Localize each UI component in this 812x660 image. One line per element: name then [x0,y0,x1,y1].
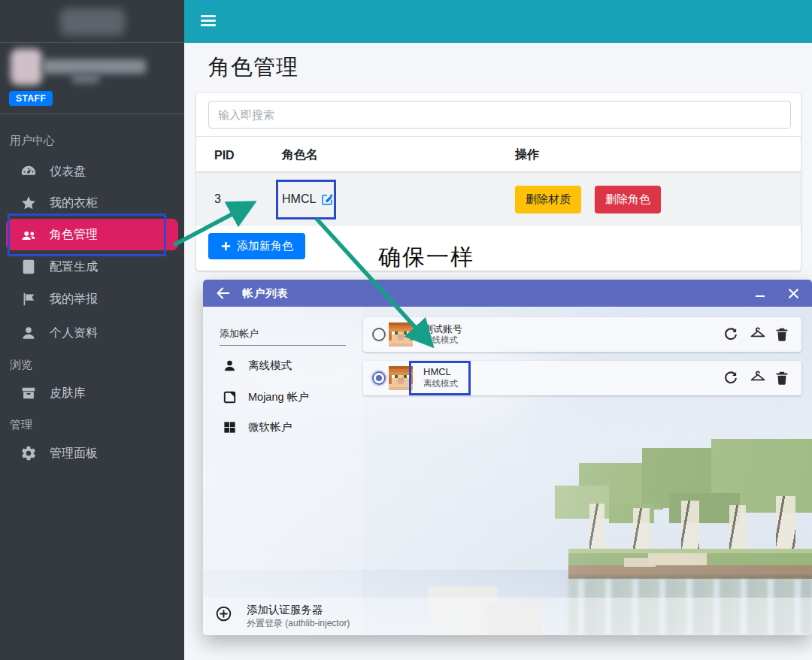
redacted-username [42,59,146,74]
sidebar-item-skin-library[interactable]: 皮肤库 [0,377,184,409]
hmcl-titlebar[interactable]: 帐户列表 [203,280,812,307]
sidebar-item-profile[interactable]: 个人资料 [0,317,184,349]
role-management-card: PID 角色名 操作 3 HMCL 删除材质 删除角色 添加新角色 [196,93,801,271]
account-name: HMCL [423,366,451,377]
table-row: 3 HMCL 删除材质 删除角色 [196,173,801,226]
nav-header-browse: 浏览 [10,358,32,372]
sidebar-item-dashboard[interactable]: 仪表盘 [0,156,184,187]
redacted-username-line2 [72,74,99,83]
method-label: 离线模式 [248,359,292,373]
sidebar-item-role-management[interactable]: 角色管理 [6,219,178,250]
cell-actions: 删除材质 删除角色 [515,173,661,226]
add-role-button[interactable]: 添加新角色 [208,233,305,259]
method-microsoft-account[interactable]: 微软帐户 [203,416,362,438]
windows-icon [223,420,237,434]
method-label: Mojang 帐户 [248,390,309,404]
radio-unselected[interactable] [372,328,386,341]
user-icon [20,325,37,341]
redacted-logo [60,8,125,35]
account-row-hmcl[interactable]: HMCL 离线模式 [363,361,801,395]
gear-icon [20,445,37,462]
circled-plus-icon[interactable] [215,605,232,622]
page-title: 角色管理 [208,53,298,83]
annotation-text: 确保一样 [378,242,474,273]
hmcl-window-title: 帐户列表 [242,286,289,301]
person-icon [223,359,237,373]
trash-icon[interactable] [774,370,790,386]
minecraft-background: 添加帐户 离线模式 Mojang 帐户 微软帐户 [203,307,812,635]
add-auth-server-bar[interactable]: 添加认证服务器 外置登录 (authlib-injector) [203,598,812,635]
cell-role-name: HMCL [282,173,334,226]
sidebar-item-label: 皮肤库 [50,386,86,401]
add-auth-server-label[interactable]: 添加认证服务器 [247,603,323,617]
col-header-pid: PID [214,137,235,174]
close-icon[interactable] [780,280,806,307]
hanger-icon[interactable] [750,370,766,386]
cell-pid: 3 [214,173,221,226]
refresh-icon[interactable] [723,370,739,386]
sidebar-item-label: 我的衣柜 [50,195,98,211]
minecraft-face-avatar [389,322,413,347]
star-icon [20,195,37,211]
account-type: 离线模式 [423,335,458,346]
method-label: 微软帐户 [248,420,292,434]
nav-header-user-center: 用户中心 [10,134,55,148]
col-header-name: 角色名 [282,137,318,174]
hanger-icon[interactable] [750,326,766,343]
sidebar-item-label: 我的举报 [50,292,98,307]
tachometer-icon [20,163,37,180]
add-account-header: 添加帐户 [220,327,346,346]
hamburger-menu-icon[interactable] [201,15,216,27]
sidebar-item-config-generator[interactable]: 配置生成 [0,251,184,283]
sidebar-item-closet[interactable]: 我的衣柜 [0,187,184,219]
brand-area[interactable] [0,0,184,43]
edit-pencil-icon[interactable] [320,192,334,206]
delete-role-button[interactable]: 删除角色 [595,186,661,213]
account-row-test[interactable]: 测试账号 离线模式 [363,317,801,352]
account-type: 离线模式 [423,378,458,389]
staff-badge: STAFF [9,91,53,106]
plus-icon [220,241,232,252]
trash-icon[interactable] [774,326,790,343]
sidebar-item-label: 配置生成 [50,259,98,275]
add-account-panel: 添加帐户 离线模式 Mojang 帐户 微软帐户 [203,307,362,635]
add-role-label: 添加新角色 [237,239,293,253]
user-panel: STAFF [0,43,184,114]
hmcl-window: 帐户列表 [203,280,812,635]
role-name-text: HMCL [282,192,316,206]
archive-icon [20,385,37,401]
sidebar: STAFF 用户中心 仪表盘 我的衣柜 角色管理 配置生成 我的举报 个人资料 … [0,0,184,660]
delete-texture-button[interactable]: 删除材质 [515,186,581,213]
search-input[interactable] [208,101,791,129]
col-header-actions: 操作 [515,137,539,174]
refresh-icon[interactable] [723,326,739,343]
app-root: STAFF 用户中心 仪表盘 我的衣柜 角色管理 配置生成 我的举报 个人资料 … [0,0,812,660]
sidebar-item-admin-panel[interactable]: 管理面板 [0,437,184,469]
method-offline-mode[interactable]: 离线模式 [203,354,362,377]
sidebar-item-label: 仪表盘 [50,164,86,180]
flag-icon [20,291,37,307]
mojang-icon [223,390,237,404]
sidebar-item-label: 管理面板 [50,446,98,462]
top-navbar [184,0,812,43]
book-icon [20,259,37,275]
sidebar-item-label: 个人资料 [50,325,98,341]
sidebar-item-label: 角色管理 [50,227,98,243]
radio-selected[interactable] [372,371,386,385]
authlib-injector-subtitle: 外置登录 (authlib-injector) [247,617,350,630]
redacted-avatar [11,49,42,85]
nav-header-admin: 管理 [10,418,32,432]
back-arrow-icon[interactable] [215,285,232,301]
table-header: PID 角色名 操作 [196,136,801,173]
method-mojang-account[interactable]: Mojang 帐户 [203,386,362,408]
minimize-icon[interactable] [747,280,773,307]
sidebar-item-my-reports[interactable]: 我的举报 [0,283,184,315]
users-icon [20,226,37,243]
minecraft-face-avatar [389,366,413,390]
